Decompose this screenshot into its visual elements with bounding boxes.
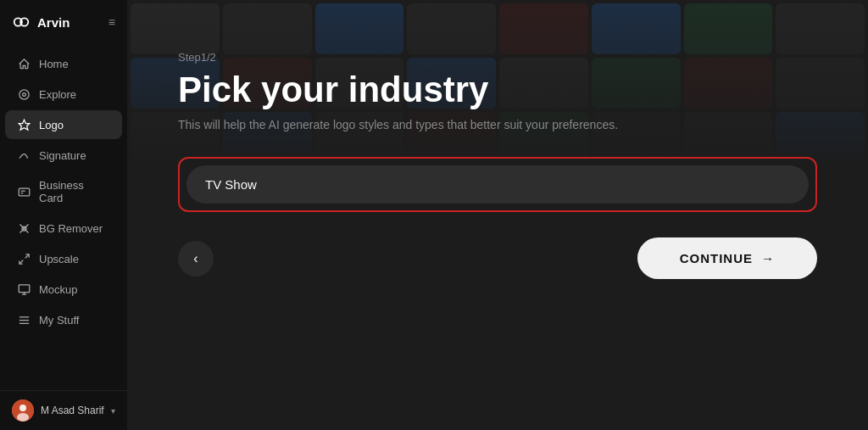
content-area: Step1/2 Pick your industry This will hel… <box>127 0 868 430</box>
upscale-icon <box>17 252 31 265</box>
sidebar-item-bg-remover[interactable]: BG Remover <box>5 214 122 243</box>
main-content: Step1/2 Pick your industry This will hel… <box>127 0 868 430</box>
signature-icon <box>17 148 31 162</box>
continue-button[interactable]: CONTINUE → <box>637 237 817 279</box>
svg-line-10 <box>19 260 22 263</box>
back-arrow-icon: ‹ <box>193 251 198 266</box>
svg-point-14 <box>17 413 29 422</box>
sidebar: Arvin ≡ Home Explore <box>0 0 127 430</box>
bg-remover-label: BG Remover <box>39 222 103 235</box>
menu-icon[interactable]: ≡ <box>108 15 115 29</box>
avatar <box>12 399 34 422</box>
sidebar-header: Arvin ≡ <box>0 0 127 44</box>
mockup-label: Mockup <box>39 283 78 296</box>
sidebar-nav: Home Explore Logo Signa <box>0 44 127 390</box>
explore-label: Explore <box>39 88 76 101</box>
continue-label: CONTINUE <box>680 251 753 265</box>
svg-line-9 <box>25 254 28 257</box>
step-label: Step1/2 <box>178 51 817 64</box>
svg-rect-5 <box>19 188 30 196</box>
home-icon <box>17 57 31 70</box>
svg-point-3 <box>22 92 25 96</box>
sidebar-item-logo[interactable]: Logo <box>5 110 122 139</box>
page-title: Pick your industry <box>178 70 817 109</box>
sidebar-item-signature[interactable]: Signature <box>5 141 122 170</box>
svg-point-13 <box>19 405 26 411</box>
sidebar-item-mockup[interactable]: Mockup <box>5 275 122 304</box>
chevron-down-icon: ▾ <box>111 406 115 416</box>
home-label: Home <box>39 58 69 70</box>
svg-rect-11 <box>19 284 30 292</box>
sidebar-logo[interactable]: Arvin <box>12 13 70 31</box>
mockup-icon <box>17 282 31 296</box>
business-card-label: Business Card <box>39 179 110 204</box>
logo-icon <box>17 118 31 131</box>
industry-selector[interactable]: TV Show <box>178 157 817 212</box>
bg-remover-icon <box>17 221 31 235</box>
sidebar-item-home[interactable]: Home <box>5 49 122 78</box>
business-card-icon <box>17 185 31 198</box>
continue-arrow-icon: → <box>761 251 775 265</box>
explore-icon <box>17 87 31 101</box>
app-name: Arvin <box>37 15 70 30</box>
arvin-logo-icon <box>12 13 31 31</box>
logo-label: Logo <box>39 119 64 131</box>
page-subtitle: This will help the AI generate logo styl… <box>178 118 817 131</box>
sidebar-item-my-stuff[interactable]: My Stuff <box>5 305 122 334</box>
actions-bar: ‹ CONTINUE → <box>178 237 817 279</box>
sidebar-item-explore[interactable]: Explore <box>5 80 122 109</box>
signature-label: Signature <box>39 149 86 162</box>
my-stuff-icon <box>17 313 31 327</box>
user-profile[interactable]: M Asad Sharif ▾ <box>0 390 127 430</box>
upscale-label: Upscale <box>39 253 79 265</box>
back-button[interactable]: ‹ <box>178 241 214 276</box>
industry-option-tv-show[interactable]: TV Show <box>186 165 809 204</box>
user-name: M Asad Sharif <box>41 405 104 416</box>
sidebar-item-business-card[interactable]: Business Card <box>5 171 122 212</box>
my-stuff-label: My Stuff <box>39 314 79 327</box>
svg-marker-4 <box>19 120 30 130</box>
sidebar-item-upscale[interactable]: Upscale <box>5 244 122 273</box>
svg-point-2 <box>19 89 28 98</box>
